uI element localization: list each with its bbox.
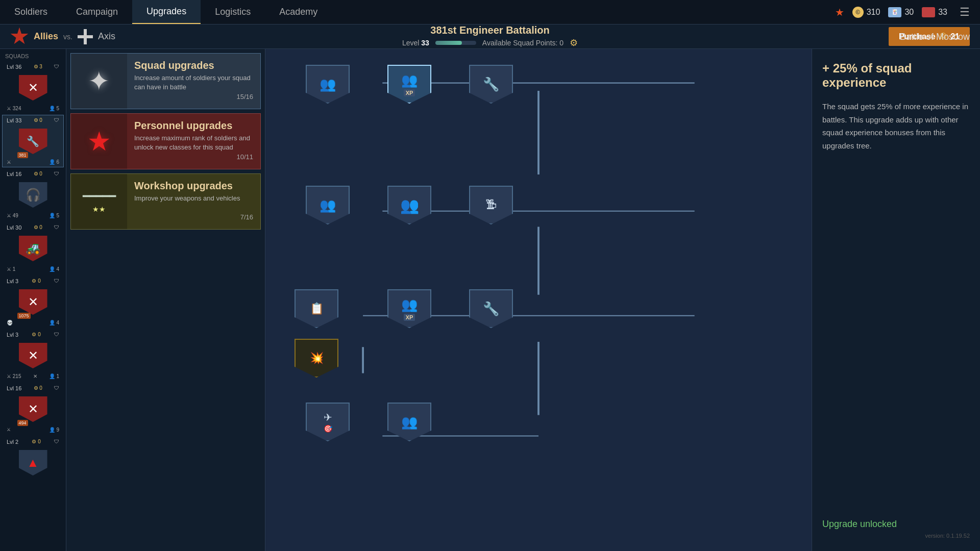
battalion-name: 381st Engineer Battalion	[402, 24, 578, 36]
upgrade-tree-panel: 👥 👥 XP 🔧	[265, 49, 812, 551]
info-description: The squad gets 25% of more experience in…	[822, 100, 970, 152]
squad-upgrade-icon-area: ✦	[71, 54, 127, 109]
personnel-upgrade-card[interactable]: ★ Personnel upgrades Increase maximum ra…	[70, 113, 261, 169]
tree-node-aircraft[interactable]: ✈ 🎯	[304, 401, 351, 443]
squad-upgrade-icon: ✦	[81, 63, 117, 99]
top-nav: Soldiers Campaign Upgrades Logistics Aca…	[0, 0, 980, 24]
tree-node-squad-size-3[interactable]: 👥	[386, 184, 433, 226]
tree-node-squad-size-1[interactable]: 👥	[304, 63, 351, 105]
allies-label: Allies	[34, 31, 58, 42]
menu-icon[interactable]: ☰	[960, 6, 970, 19]
squad-item[interactable]: Lvl 2 ⚙ 0 🛡 ▲	[2, 436, 64, 483]
shield-icon: 🛡	[54, 171, 59, 177]
squad-chevron: 🎧	[19, 182, 47, 208]
squad-upgrade-card[interactable]: ✦ Squad upgrades Increase amount of sold…	[70, 53, 261, 109]
coin-icon: ©	[852, 7, 864, 18]
workshop-upgrade-icon: ━━━━━ ★★	[81, 184, 117, 219]
squad-item[interactable]: Lvl 3 ⚙ 0 🛡 ✕ 1075 💀 👤 4	[2, 276, 64, 328]
personnel-upgrade-title: Personnel upgrades	[134, 120, 253, 132]
workshop-upgrade-title: Workshop upgrades	[134, 180, 253, 192]
squads-sidebar: Squads Lvl 36 ⚙ 3 🛡 ✕ ⚔ 324 👤 5 Lvl 33	[0, 49, 66, 551]
card-icon: 🃏	[888, 7, 901, 17]
shield-icon: 🛡	[54, 332, 59, 338]
star-icon: ★	[835, 6, 844, 18]
battalion-stats: Level 33 Available Squad Points: 0 ⚙	[402, 37, 578, 48]
squad-chevron: 🚜	[19, 236, 47, 261]
squad-item[interactable]: Lvl 16 ⚙ 0 🛡 🎧 ⚔ 49 👤 5	[2, 168, 64, 221]
battalion-info: 381st Engineer Battalion Level 33 Availa…	[402, 24, 578, 48]
currency-area: ★ © 310 🃏 30 33 ☰	[835, 6, 980, 19]
tree-node-squad-size-2[interactable]: 👥	[304, 184, 351, 226]
squad-upgrade-progress: 15/16	[236, 93, 253, 103]
personnel-upgrade-progress: 10/11	[236, 153, 253, 163]
tree-node-xp-1[interactable]: 👥 XP	[386, 63, 433, 105]
nav-campaign[interactable]: Campaign	[62, 0, 132, 24]
upgrades-panel: ✦ Squad upgrades Increase amount of sold…	[66, 49, 265, 551]
personnel-upgrade-icon: ★	[81, 123, 117, 159]
shield-icon: 🛡	[54, 278, 59, 284]
books-display: 33	[922, 7, 947, 17]
axis-label: Axis	[98, 31, 115, 42]
cards-display: 🃏 30	[888, 7, 914, 17]
squad-chevron: ▲	[19, 450, 47, 475]
workshop-upgrade-icon-area: ━━━━━ ★★	[71, 174, 127, 229]
squad-item[interactable]: Lvl 3 ⚙ 0 🛡 ✕ ⚔ 215 ✕ 👤 1	[2, 329, 64, 382]
info-panel: + 25% of squad experience The squad gets…	[812, 49, 980, 551]
axis-cross-icon	[78, 29, 93, 44]
header-bar: Allies vs. Axis 381st Engineer Battalion…	[0, 24, 980, 49]
squad-chevron: ✕	[19, 343, 47, 368]
shield-icon: 🛡	[54, 224, 59, 231]
level-label: Level 33	[402, 39, 429, 47]
squad-coin-icon: ⚙	[570, 37, 578, 48]
book-icon	[922, 7, 935, 17]
battle-name: Battle of Moscow	[900, 31, 970, 42]
main-content: Squads Lvl 36 ⚙ 3 🛡 ✕ ⚔ 324 👤 5 Lvl 33	[0, 49, 980, 551]
tree-node-list[interactable]: 📋	[293, 288, 340, 330]
squad-upgrade-desc: Increase amount of soldiers your squad c…	[134, 73, 253, 92]
squad-chevron: 🔧	[19, 129, 47, 154]
nav-logistics[interactable]: Logistics	[201, 0, 265, 24]
tree-node-explosion[interactable]: 💥	[293, 337, 340, 379]
squad-chevron: ✕	[19, 75, 47, 101]
vs-label: vs.	[63, 33, 72, 41]
personnel-upgrade-desc: Increase maximum rank of soldiers and un…	[134, 134, 253, 152]
shield-icon: 🛡	[54, 439, 59, 445]
tree-lines-svg	[265, 49, 812, 551]
squad-points-label: Available Squad Points: 0	[482, 39, 564, 47]
squad-chevron: ✕	[19, 289, 47, 315]
tree-node-wrench-2[interactable]: 🔧	[468, 288, 514, 330]
squad-item[interactable]: Lvl 16 ⚙ 0 🛡 ✕ 494 ⚔ 👤 9	[2, 383, 64, 435]
allies-star-icon	[10, 28, 29, 46]
tree-node-squad-size-4[interactable]: 👥	[386, 401, 433, 443]
coins-display: © 310	[852, 7, 880, 18]
nav-academy[interactable]: Academy	[265, 0, 332, 24]
squads-label: Squads	[2, 51, 64, 61]
xp-bar	[435, 41, 476, 45]
nav-soldiers[interactable]: Soldiers	[0, 0, 62, 24]
squad-item[interactable]: Lvl 36 ⚙ 3 🛡 ✕ ⚔ 324 👤 5	[2, 61, 64, 114]
shield-icon: 🛡	[54, 64, 59, 70]
shield-icon: 🛡	[54, 385, 59, 391]
workshop-upgrade-card[interactable]: ━━━━━ ★★ Workshop upgrades Improve your …	[70, 173, 261, 230]
faction-area: Allies vs. Axis	[10, 28, 115, 46]
squad-item-active[interactable]: Lvl 33 ⚙ 0 🛡 🔧 381 ⚔ 👤 6	[2, 115, 64, 167]
personnel-upgrade-icon-area: ★	[71, 114, 127, 169]
squad-upgrade-title: Squad upgrades	[134, 60, 253, 71]
nav-upgrades[interactable]: Upgrades	[132, 0, 201, 24]
info-title: + 25% of squad experience	[822, 61, 970, 90]
workshop-upgrade-progress: 7/16	[240, 213, 253, 223]
squad-item[interactable]: Lvl 30 ⚙ 0 🛡 🚜 ⚔ 1 👤 4	[2, 222, 64, 274]
workshop-upgrade-desc: Improve your weapons and vehicles	[134, 194, 253, 203]
upgrade-unlocked-label: Upgrade unlocked	[822, 519, 970, 530]
tree-node-xp-2[interactable]: 👥 XP	[386, 288, 433, 330]
tree-node-wrench-1[interactable]: 🔧	[468, 63, 514, 105]
tree-container: 👥 👥 XP 🔧	[265, 49, 812, 551]
squad-chevron: ✕	[19, 396, 47, 422]
tree-node-mortar-1[interactable]: 🗜	[468, 184, 514, 226]
shield-icon: 🛡	[54, 117, 59, 123]
version-text: version: 0.1.19.52	[822, 533, 970, 539]
